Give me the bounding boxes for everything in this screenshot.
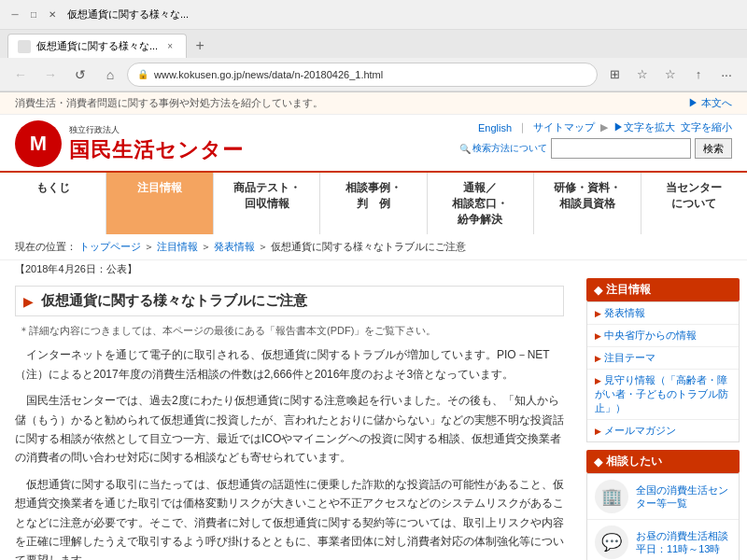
sidebar-consult-title-text: 相談したい bbox=[606, 454, 662, 469]
sidebar: ◆ 注目情報 発表情報中央省庁からの情報注目テーマ見守り情報（「高齢者・障がい者… bbox=[579, 278, 747, 560]
nav-item[interactable]: 注目情報 bbox=[106, 173, 213, 234]
consult-item-icon: 💬 bbox=[595, 525, 628, 559]
sidebar-attention-link[interactable]: 見守り情報（「高齢者・障がい者・子どものトラブル防止」） bbox=[587, 370, 739, 420]
address-text: www.kokusen.go.jp/news/data/n-20180426_1… bbox=[154, 69, 587, 80]
toolbar-icons: ⊞ ☆ ☆ ↑ ··· bbox=[601, 62, 740, 88]
tab-bar: 仮想通貨に関する様々な... × + bbox=[0, 30, 747, 58]
nav-bar: ← → ↺ ⌂ 🔒 www.kokusen.go.jp/news/data/n-… bbox=[0, 58, 747, 91]
breadcrumb: 現在の位置： トップページ ＞ 注目情報 ＞ 発表情報 ＞ 仮想通貨に関する様々… bbox=[0, 234, 747, 260]
search-method-icon: 🔍 bbox=[459, 144, 471, 154]
content-area: ▶ 仮想通貨に関する様々なトラブルにご注意 ＊詳細な内容につきましては、本ページ… bbox=[0, 278, 579, 560]
logo-small-text: 独立行政法人 bbox=[69, 124, 244, 136]
refresh-button[interactable]: ↺ bbox=[67, 62, 93, 88]
sidebar-attention-title-text: 注目情報 bbox=[606, 282, 651, 298]
home-button[interactable]: ⌂ bbox=[97, 62, 123, 88]
sidebar-consult-item: 💬お昼の消費生活相談 平日：11時～13時 bbox=[587, 520, 739, 560]
article-title: 仮想通貨に関する様々なトラブルにご注意 bbox=[41, 292, 307, 310]
breadcrumb-home[interactable]: トップページ bbox=[79, 241, 141, 252]
tab-close-btn[interactable]: × bbox=[163, 40, 176, 53]
favorites-icon[interactable]: ☆ bbox=[629, 62, 655, 88]
tab-title: 仮想通貨に関する様々な... bbox=[36, 39, 158, 53]
article-body: インターネットを通じて電子的に取引される、仮想通貨に関するトラブルが増加していま… bbox=[15, 345, 564, 560]
consult-item-text[interactable]: 全国の消費生活センター等一覧 bbox=[636, 483, 731, 511]
search-input[interactable] bbox=[551, 138, 691, 159]
forward-button[interactable]: → bbox=[37, 62, 63, 88]
close-btn[interactable]: ✕ bbox=[45, 7, 60, 22]
sidebar-attention-links: 発表情報中央省庁からの情報注目テーマ見守り情報（「高齢者・障がい者・子どものトラ… bbox=[586, 301, 740, 442]
text-shrink-link[interactable]: 文字を縮小 bbox=[681, 120, 732, 134]
consult-icon: ◆ bbox=[594, 455, 602, 469]
search-button[interactable]: 検索 bbox=[695, 138, 732, 159]
title-bar: ─ □ ✕ 仮想通貨に関する様々な... bbox=[0, 0, 747, 30]
article-paragraph: 国民生活センターでは、過去2度にわたり仮想通貨に関する注意喚起を行いました。その… bbox=[15, 391, 564, 468]
nav-item[interactable]: 商品テスト・ 回収情報 bbox=[214, 173, 320, 234]
breadcrumb-attention[interactable]: 注目情報 bbox=[157, 241, 198, 252]
english-link[interactable]: English bbox=[478, 122, 512, 133]
article-title-box: ▶ 仮想通貨に関する様々なトラブルにご注意 bbox=[15, 286, 564, 316]
article-note: ＊詳細な内容につきましては、本ページの最後にある「報告書本文(PDF)」をご覧下… bbox=[15, 324, 564, 338]
logo-icon: M bbox=[15, 120, 62, 167]
tab-favicon bbox=[18, 40, 31, 53]
new-tab-button[interactable]: + bbox=[187, 34, 213, 58]
more-menu-button[interactable]: ··· bbox=[713, 62, 740, 88]
header-links: English ｜ サイトマップ ▶ ▶文字を拡大 文字を縮小 bbox=[478, 120, 732, 134]
article-paragraph: 仮想通貨に関する取引に当たっては、仮想通貨の話題性に便乗した詐欺的な投資話の可能… bbox=[15, 475, 564, 560]
maximize-btn[interactable]: □ bbox=[26, 7, 41, 22]
share-icon[interactable]: ↑ bbox=[685, 62, 712, 88]
site-header: M 独立行政法人 国民生活センター English ｜ サイトマップ ▶ ▶文字… bbox=[0, 115, 747, 171]
back-button[interactable]: ← bbox=[7, 62, 34, 88]
sidebar-attention-link[interactable]: メールマガジン bbox=[587, 420, 739, 441]
browser-chrome: ─ □ ✕ 仮想通貨に関する様々な... 仮想通貨に関する様々な... × + … bbox=[0, 0, 747, 92]
logo-text-area: 独立行政法人 国民生活センター bbox=[69, 124, 244, 164]
sidebar-attention-section: ◆ 注目情報 発表情報中央省庁からの情報注目テーマ見守り情報（「高齢者・障がい者… bbox=[586, 278, 740, 442]
consult-item-text[interactable]: お昼の消費生活相談 平日：11時～13時 bbox=[636, 529, 728, 556]
publication-date: 【2018年4月26日：公表】 bbox=[0, 260, 747, 278]
nav-item[interactable]: 研修・資料・ 相談員資格 bbox=[534, 173, 641, 234]
main-layout: ▶ 仮想通貨に関する様々なトラブルにご注意 ＊詳細な内容につきましては、本ページ… bbox=[0, 278, 747, 560]
nav-item[interactable]: 相談事例・ 判 例 bbox=[320, 173, 427, 234]
search-method-text: 検索方法について bbox=[472, 142, 547, 155]
main-content-link[interactable]: ▶ 本文へ bbox=[688, 96, 732, 110]
page-title: 仮想通貨に関する様々な... bbox=[67, 7, 740, 21]
sidebar-consult-box: 🏢全国の消費生活センター等一覧💬お昼の消費生活相談 平日：11時～13時🛒海外シ… bbox=[586, 473, 740, 560]
text-enlarge-link[interactable]: ▶文字を拡大 bbox=[613, 120, 675, 134]
minimize-btn[interactable]: ─ bbox=[7, 7, 22, 22]
page-content: 消費生活・消費者問題に関する事例や対処方法を紹介しています。 ▶ 本文へ M 独… bbox=[0, 92, 747, 560]
nav-item[interactable]: 当センター について bbox=[641, 173, 747, 234]
breadcrumb-current: 仮想通貨に関する様々なトラブルにご注意 bbox=[271, 241, 466, 252]
notice-text: 消費生活・消費者問題に関する事例や対処方法を紹介しています。 bbox=[15, 96, 323, 110]
sidebar-attention-link[interactable]: 発表情報 bbox=[587, 302, 739, 325]
logo-big-text: 国民生活センター bbox=[69, 136, 244, 164]
sidebar-attention-link[interactable]: 注目テーマ bbox=[587, 347, 739, 370]
sitemap-link[interactable]: サイトマップ bbox=[533, 120, 595, 134]
attention-icon: ◆ bbox=[594, 284, 602, 297]
sidebar-consult-title: ◆ 相談したい bbox=[586, 450, 740, 473]
sidebar-consult-section: ◆ 相談したい 🏢全国の消費生活センター等一覧💬お昼の消費生活相談 平日：11時… bbox=[586, 450, 740, 560]
main-nav: もくじ注目情報商品テスト・ 回収情報相談事例・ 判 例通報／ 相談窓口・ 紛争解… bbox=[0, 171, 747, 234]
article-paragraph: インターネットを通じて電子的に取引される、仮想通貨に関するトラブルが増加していま… bbox=[15, 345, 564, 384]
address-bar[interactable]: 🔒 www.kokusen.go.jp/news/data/n-20180426… bbox=[127, 63, 598, 87]
consult-item-icon: 🏢 bbox=[595, 480, 628, 513]
nav-item[interactable]: もくじ bbox=[0, 173, 106, 234]
title-arrow-icon: ▶ bbox=[23, 294, 34, 309]
cast-icon[interactable]: ⊞ bbox=[601, 62, 627, 88]
window-controls: ─ □ ✕ bbox=[7, 7, 60, 22]
nav-item[interactable]: 通報／ 相談窓口・ 紛争解決 bbox=[428, 173, 534, 234]
header-right: English ｜ サイトマップ ▶ ▶文字を拡大 文字を縮小 🔍 検索方法につ… bbox=[459, 120, 732, 159]
reading-list-icon[interactable]: ☆ bbox=[657, 62, 684, 88]
lock-icon: 🔒 bbox=[137, 69, 148, 79]
sidebar-attention-link[interactable]: 中央省庁からの情報 bbox=[587, 325, 739, 347]
notice-bar: 消費生活・消費者問題に関する事例や対処方法を紹介しています。 ▶ 本文へ bbox=[0, 92, 747, 115]
search-method-link[interactable]: 🔍 検索方法について bbox=[459, 142, 547, 155]
sidebar-consult-item: 🏢全国の消費生活センター等一覧 bbox=[587, 474, 739, 520]
breadcrumb-release[interactable]: 発表情報 bbox=[214, 241, 255, 252]
sidebar-attention-title: ◆ 注目情報 bbox=[586, 278, 740, 301]
search-area: 🔍 検索方法について 検索 bbox=[459, 138, 732, 159]
logo-area: M 独立行政法人 国民生活センター bbox=[15, 120, 244, 167]
active-tab[interactable]: 仮想通貨に関する様々な... × bbox=[7, 34, 187, 58]
